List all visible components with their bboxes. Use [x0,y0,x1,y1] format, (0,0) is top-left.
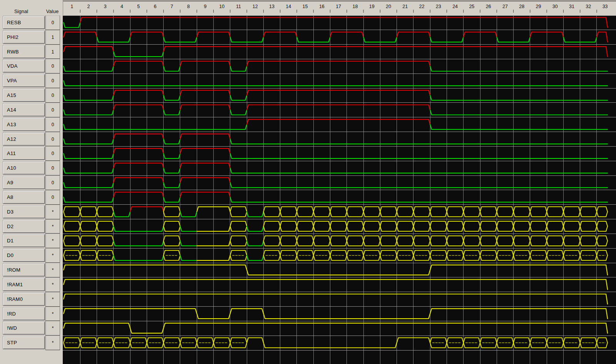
signal-button-phi2[interactable]: PHI2 [3,31,45,43]
ruler-label: 17 [336,4,341,9]
value-column-header: Value [43,8,62,14]
signal-row: D2* [0,219,63,234]
signal-row: D1* [0,234,63,248]
ruler-label: 31 [569,4,574,9]
ruler-label: 15 [303,4,308,9]
value-cell-a8: 0 [45,190,60,205]
value-cell-ram0: * [45,292,60,307]
ruler-label: 8 [187,4,190,9]
signal-button-a14[interactable]: A14 [3,104,45,116]
ruler-label: 19 [369,4,375,9]
ruler-label: 25 [469,4,474,9]
waveform-viewer: Signal Value RESB0PHI21RWB1VDA0VPA0A150A… [0,0,616,364]
value-cell-rom: * [45,263,60,277]
value-cell-vda: 0 [45,59,60,73]
panel-header: Signal Value [0,0,63,15]
signal-button-d2[interactable]: D2 [3,220,45,233]
ruler-label: 7 [171,4,173,9]
signal-button-vpa[interactable]: VPA [3,74,45,87]
value-cell-stp: * [45,336,60,350]
signal-button-a15[interactable]: A15 [3,89,45,102]
ruler-label: 24 [452,4,458,9]
signal-row: D0* [0,248,63,263]
signal-row: !WD* [0,321,63,336]
ruler-label: 2 [87,4,90,9]
ruler-label: 20 [386,4,391,9]
signal-button-a11[interactable]: A11 [3,147,45,160]
value-cell-rd: * [45,307,60,321]
ruler-label: 11 [236,4,241,9]
signal-row: !ROM* [0,263,63,277]
signal-row: A80 [0,190,63,205]
ruler-label: 33 [603,4,608,9]
ruler-label: 21 [402,4,408,9]
signal-row: A100 [0,161,63,175]
signal-button-ram0[interactable]: !RAM0 [3,293,45,306]
waveform-area[interactable] [63,15,616,364]
signal-row: !RAM1* [0,277,63,292]
ruler-label: 3 [104,4,107,9]
signal-row: STP* [0,336,63,350]
signal-button-wd[interactable]: !WD [3,322,45,334]
value-cell-a13: 0 [45,117,60,132]
value-cell-d0: * [45,248,60,263]
value-cell-d2: * [45,219,60,234]
ruler-label: 30 [552,4,558,9]
signal-row: A120 [0,132,63,147]
value-cell-wd: * [45,321,60,336]
value-cell-phi2: 1 [45,30,60,45]
ruler-label: 32 [586,4,591,9]
signal-row: A150 [0,88,63,103]
ruler-label: 29 [536,4,541,9]
value-cell-d3: * [45,205,60,219]
signal-button-a9[interactable]: A9 [3,176,45,189]
value-cell-d1: * [45,234,60,248]
signal-button-a10[interactable]: A10 [3,162,45,174]
value-cell-a14: 0 [45,103,60,117]
value-cell-a15: 0 [45,88,60,103]
signal-row: VPA0 [0,73,63,88]
signal-row: A110 [0,146,63,161]
value-cell-ram1: * [45,277,60,292]
signal-row: !RD* [0,307,63,321]
signal-button-resb[interactable]: RESB [3,16,45,29]
signal-button-ram1[interactable]: !RAM1 [3,278,45,291]
ruler-label: 1 [70,4,73,9]
ruler-label: 6 [154,4,157,9]
ruler-label: 10 [219,4,224,9]
signal-button-a8[interactable]: A8 [3,191,45,204]
ruler-label: 9 [204,4,206,9]
ruler-label: 16 [319,4,325,9]
value-cell-rwb: 1 [45,45,60,59]
timeline-ruler[interactable]: 1234567891011121314151617181920212223242… [63,0,616,15]
ruler-label: 12 [253,4,258,9]
signal-column-header: Signal [0,8,42,14]
signal-button-a13[interactable]: A13 [3,118,45,131]
signal-button-rwb[interactable]: RWB [3,45,45,58]
signal-button-d1[interactable]: D1 [3,234,45,247]
ruler-label: 23 [436,4,441,9]
signal-row: D3* [0,205,63,219]
ruler-label: 28 [519,4,524,9]
signal-button-vda[interactable]: VDA [3,60,45,72]
value-cell-a9: 0 [45,175,60,190]
signal-button-rd[interactable]: !RD [3,307,45,320]
ruler-label: 4 [121,4,123,9]
ruler-label: 14 [286,4,291,9]
value-cell-a10: 0 [45,161,60,175]
signal-row: PHI21 [0,30,63,45]
signal-row: A130 [0,117,63,132]
signal-button-stp[interactable]: STP [3,336,45,349]
signal-button-a12[interactable]: A12 [3,133,45,145]
signal-row: RESB0 [0,15,63,30]
ruler-label: 22 [419,4,425,9]
signal-button-d0[interactable]: D0 [3,249,45,262]
signal-row: !RAM0* [0,292,63,307]
signal-panel: Signal Value RESB0PHI21RWB1VDA0VPA0A150A… [0,0,63,364]
signal-button-d3[interactable]: D3 [3,205,45,218]
signal-row: A90 [0,175,63,190]
signal-row: VDA0 [0,59,63,73]
value-cell-a11: 0 [45,146,60,161]
signal-button-rom[interactable]: !ROM [3,264,45,276]
value-cell-a12: 0 [45,132,60,147]
